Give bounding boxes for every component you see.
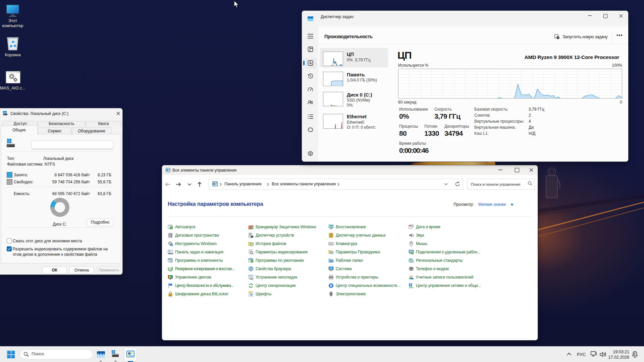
svg-text:A: A: [250, 293, 252, 296]
